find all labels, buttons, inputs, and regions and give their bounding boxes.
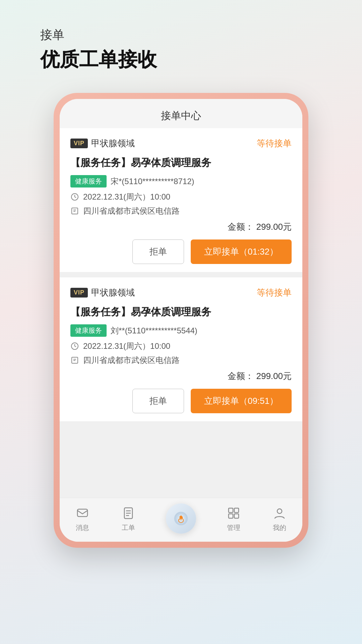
order-title-1: 【服务任务】易孕体质调理服务 [70, 156, 292, 170]
nav-item-workorder[interactable]: 工单 [120, 505, 136, 532]
customer-name-1: 宋*(5110**********8712) [111, 176, 194, 187]
datetime-row-2: 2022.12.31(周六）10:00 [70, 341, 292, 352]
page-subtitle: 接单 [40, 27, 322, 43]
amount-value-1: 299.00元 [256, 222, 292, 232]
content-area: VIP 甲状腺领域 等待接单 【服务任务】易孕体质调理服务 健康服务 宋*(51… [60, 128, 302, 498]
order-card-1: VIP 甲状腺领域 等待接单 【服务任务】易孕体质调理服务 健康服务 宋*(51… [60, 128, 302, 272]
manage-icon [226, 505, 242, 521]
health-tag-1: 健康服务 [70, 175, 107, 187]
accept-button-2[interactable]: 立即接单（09:51） [191, 389, 292, 413]
workorder-icon [120, 505, 136, 521]
address-text-1: 四川省成都市武侯区电信路 [83, 206, 180, 216]
message-icon [74, 505, 90, 521]
card-actions-2: 拒单 立即接单（09:51） [70, 389, 292, 413]
domain-text-1: 甲状腺领域 [91, 138, 135, 149]
vip-badge-area-1: VIP 甲状腺领域 [70, 138, 135, 149]
amount-row-2: 金额： 299.00元 [70, 370, 292, 382]
phone-inner: 接单中心 VIP 甲状腺领域 等待接单 【服务任务】易孕体质调理服务 健康服务 … [60, 99, 302, 542]
status-text-1: 等待接单 [257, 138, 292, 149]
customer-name-2: 刘**(5110**********5544) [111, 325, 197, 336]
appbar-title: 接单中心 [161, 110, 201, 121]
card-header-2: VIP 甲状腺领域 等待接单 [70, 287, 292, 299]
svg-rect-15 [234, 508, 239, 513]
nav-label-profile: 我的 [273, 523, 286, 532]
address-row-1: 四川省成都市武侯区电信路 [70, 206, 292, 216]
svg-rect-17 [234, 514, 239, 518]
reject-button-1[interactable]: 拒单 [132, 239, 184, 264]
page-header: 接单 优质工单接收 [0, 27, 362, 73]
nav-label-manage: 管理 [227, 523, 240, 532]
nav-label-message: 消息 [76, 523, 89, 532]
accept-center-button[interactable] [166, 503, 196, 534]
domain-text-2: 甲状腺领域 [91, 287, 135, 299]
accept-button-1[interactable]: 立即接单（01:32） [191, 239, 292, 264]
datetime-row-1: 2022.12.31(周六）10:00 [70, 192, 292, 202]
datetime-text-1: 2022.12.31(周六）10:00 [83, 192, 170, 202]
page-title: 优质工单接收 [40, 47, 322, 73]
reject-button-2[interactable]: 拒单 [132, 389, 184, 413]
profile-icon [272, 505, 288, 521]
clock-icon-2 [70, 342, 79, 351]
nav-label-workorder: 工单 [122, 523, 135, 532]
nav-item-manage[interactable]: 管理 [226, 505, 242, 532]
nav-item-message[interactable]: 消息 [74, 505, 90, 532]
location-icon-2 [70, 356, 79, 365]
nav-item-accept[interactable] [166, 503, 196, 534]
order-title-2: 【服务任务】易孕体质调理服务 [70, 305, 292, 319]
svg-point-18 [277, 509, 282, 514]
app-bar: 接单中心 [60, 99, 302, 128]
vip-badge-2: VIP [70, 288, 88, 298]
status-text-2: 等待接单 [257, 287, 292, 299]
nav-item-profile[interactable]: 我的 [272, 505, 288, 532]
address-row-2: 四川省成都市武侯区电信路 [70, 355, 292, 366]
datetime-text-2: 2022.12.31(周六）10:00 [83, 341, 170, 352]
amount-value-2: 299.00元 [256, 371, 292, 381]
bottom-nav: 消息 工单 [60, 498, 302, 542]
phone-frame: 接单中心 VIP 甲状腺领域 等待接单 【服务任务】易孕体质调理服务 健康服务 … [54, 93, 308, 548]
order-meta-row-2: 健康服务 刘**(5110**********5544) [70, 324, 292, 337]
order-meta-row-1: 健康服务 宋*(5110**********8712) [70, 175, 292, 187]
amount-label-1: 金额： [228, 222, 254, 232]
amount-row-1: 金额： 299.00元 [70, 221, 292, 233]
clock-icon-1 [70, 193, 79, 201]
card-actions-1: 拒单 立即接单（01:32） [70, 239, 292, 264]
health-tag-2: 健康服务 [70, 324, 107, 337]
location-icon-1 [70, 207, 79, 215]
vip-badge-1: VIP [70, 139, 88, 148]
svg-rect-16 [229, 514, 233, 518]
vip-badge-area-2: VIP 甲状腺领域 [70, 287, 135, 299]
order-card-2: VIP 甲状腺领域 等待接单 【服务任务】易孕体质调理服务 健康服务 刘**(5… [60, 277, 302, 421]
svg-rect-14 [229, 508, 233, 513]
svg-rect-8 [77, 509, 87, 517]
card-header-1: VIP 甲状腺领域 等待接单 [70, 138, 292, 149]
address-text-2: 四川省成都市武侯区电信路 [83, 355, 180, 366]
amount-label-2: 金额： [228, 371, 254, 381]
